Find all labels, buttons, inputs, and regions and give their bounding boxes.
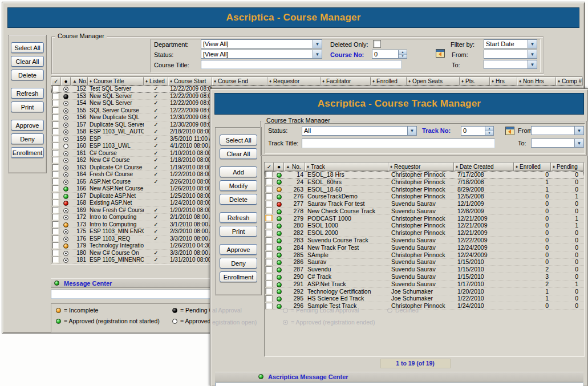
row-checkbox[interactable] [266,295,272,302]
track-title-input[interactable] [302,139,495,148]
course-no-spinner[interactable]: 0 ▲▼ [372,50,407,59]
column-header-facilitator[interactable]: ♦Facilitator [321,77,371,86]
row-checkbox[interactable] [52,164,59,170]
row-checkbox[interactable] [266,171,272,177]
row-checkbox[interactable] [52,200,59,206]
table-row[interactable]: 285SAmpleChristopher Pinnock12/24/200900 [265,251,584,259]
row-checkbox[interactable] [52,171,59,177]
column-header-date-created[interactable]: ♦Date Created [454,162,514,171]
row-checkbox[interactable] [266,201,272,207]
track-no-spinner[interactable]: 0 ▲▼ [461,126,494,136]
spin-down-icon[interactable]: ▼ [399,55,407,59]
row-checkbox[interactable] [266,266,272,273]
column-header-status[interactable]: ● [61,77,71,86]
status-select[interactable]: [View All] ▼ [201,50,322,59]
table-row[interactable]: 282ESOL 2000Christopher Pinnock12/21/200… [265,229,584,237]
button-select-all[interactable]: Select All [11,42,44,53]
table-row[interactable]: 277Saurav Track For testSuvendu Saurav12… [265,200,584,208]
button-delete[interactable]: Delete [11,70,44,80]
column-header-status[interactable]: ● [274,162,284,171]
table-row[interactable]: 292Technology CertificationJoe Schumaker… [265,288,584,295]
button-deny[interactable]: Deny [220,258,257,269]
column-header-open-seats[interactable]: ♦Open Seats [407,77,460,86]
button-delete[interactable]: Delete [220,194,257,205]
row-checkbox[interactable] [52,214,59,220]
table-row[interactable]: 278New Check Course TrackSuvendu Saurav1… [265,208,584,215]
button-approve[interactable]: Approve [11,120,44,131]
deleted-only-checkbox[interactable] [373,40,381,48]
table-row[interactable]: 291ASP.Net TrackSuvendu Saurav1/17/20102… [265,281,584,288]
row-checkbox[interactable] [52,107,59,113]
column-header-pts[interactable]: ♦Pts. [460,77,490,86]
row-checkbox[interactable] [266,259,272,265]
row-checkbox[interactable] [52,86,59,92]
row-checkbox[interactable] [266,281,272,287]
button-print[interactable]: Print [220,226,257,237]
column-header-no[interactable]: ▲No. [71,77,88,86]
row-checkbox[interactable] [52,235,59,242]
row-checkbox[interactable] [52,250,59,256]
from-select[interactable]: ▼ [531,126,584,135]
table-row[interactable]: 295HS Science Ed TrackJoe Schumaker1/22/… [265,295,584,303]
row-checkbox[interactable] [266,186,272,192]
dropdown-arrow-icon[interactable]: ▼ [528,60,537,68]
row-checkbox[interactable] [266,230,272,236]
column-header-requestor[interactable]: ♦Requestor [388,162,454,171]
message-center-bar[interactable]: Ascriptica Message Center [215,372,583,381]
column-header-enrolled[interactable]: ♦Enrolled [514,162,551,171]
row-checkbox[interactable] [52,242,59,249]
column-header-enrolled[interactable]: ♦Enrolled [371,77,407,86]
table-row[interactable]: 14ESOL_18 HrsChristopher Pinnock7/17/200… [265,171,584,178]
row-checkbox[interactable] [266,193,272,200]
button-deny[interactable]: Deny [11,133,44,144]
table-row[interactable]: 279PODCAST 1000Christopher Pinnock12/21/… [265,215,584,222]
button-refresh[interactable]: Refresh [11,88,44,99]
row-checkbox[interactable] [52,136,59,142]
button-clear-all[interactable]: Clear All [11,56,44,67]
dropdown-arrow-icon[interactable]: ▼ [313,50,322,58]
column-header-track[interactable]: ♦Track [305,162,388,171]
message-input[interactable] [215,383,583,386]
row-checkbox[interactable] [52,193,59,199]
column-header-pending[interactable]: ♦Pending [551,162,584,171]
row-checkbox[interactable] [52,100,59,106]
dropdown-arrow-icon[interactable]: ▼ [313,40,322,48]
table-row[interactable]: 280ESOL 1000Christopher Pinnock12/21/200… [265,222,584,230]
row-checkbox[interactable] [266,244,272,250]
row-checkbox[interactable] [52,207,59,213]
column-header-no[interactable]: ▲No. [284,162,305,171]
row-checkbox[interactable] [52,221,59,227]
column-header-listed[interactable]: ♦Listed [144,77,168,86]
status-select[interactable]: All ▼ [302,126,417,136]
table-row[interactable]: 283Suvendu Course TrackSuvendu Saurav12/… [265,237,584,244]
row-checkbox[interactable] [52,128,59,135]
course-title-input[interactable] [201,60,402,69]
row-checkbox[interactable] [266,178,272,185]
dropdown-arrow-icon[interactable]: ▼ [574,127,583,135]
button-modify[interactable]: Modify [220,180,257,191]
button-enrollment[interactable]: Enrollment [220,271,257,282]
button-select-all[interactable]: Select All [220,135,257,145]
row-checkbox[interactable] [266,237,272,243]
column-header-course-title[interactable]: ♦Course Title [88,77,144,86]
button-add[interactable]: Add [220,166,257,177]
dropdown-arrow-icon[interactable]: ▼ [574,139,583,147]
row-checkbox[interactable] [52,228,59,234]
row-checkbox[interactable] [266,215,272,221]
table-row[interactable]: 284New Track For TestSuvendu Saurav12/24… [265,244,584,251]
row-checkbox[interactable] [266,208,272,214]
column-header-comp[interactable]: ♦Comp # [556,77,583,86]
row-checkbox[interactable] [52,257,59,263]
row-checkbox[interactable] [52,157,59,163]
dropdown-arrow-icon[interactable]: ▼ [528,40,537,48]
column-header-select[interactable]: ✓ [265,162,274,171]
to-select[interactable]: ▼ [531,139,584,148]
to-select[interactable]: ▼ [484,60,537,69]
column-header-course-start[interactable]: ♦Course Start [168,77,212,86]
row-checkbox[interactable] [52,150,59,156]
button-refresh[interactable]: Refresh [220,212,257,223]
row-checkbox[interactable] [266,288,272,294]
from-select[interactable]: ▼ [484,50,537,59]
table-row[interactable]: 276CourseTrackDemoChristopher Pinnock12/… [265,193,584,200]
table-row[interactable]: 24ESOL_60hrsChristopher Pinnock7/18/2008… [265,178,584,186]
